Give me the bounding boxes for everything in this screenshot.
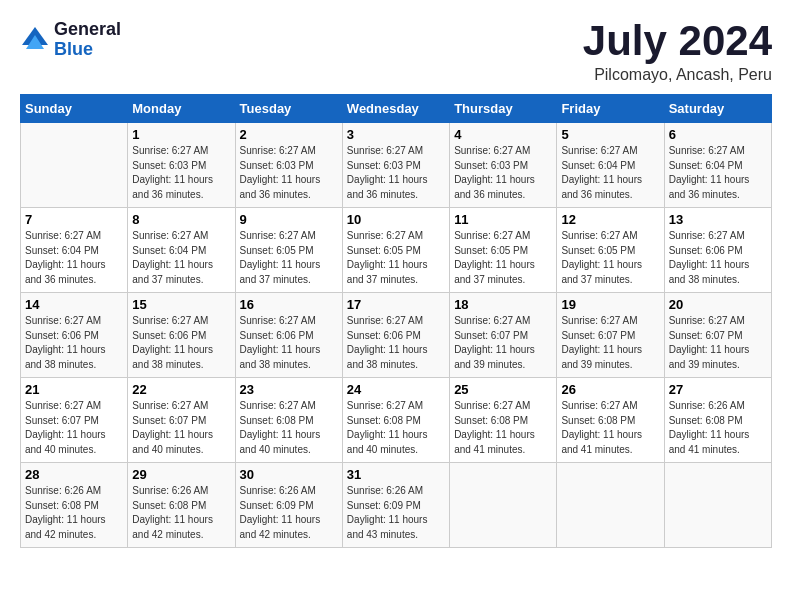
calendar-week-row: 7Sunrise: 6:27 AMSunset: 6:04 PMDaylight… xyxy=(21,208,772,293)
weekday-header-saturday: Saturday xyxy=(664,95,771,123)
day-number: 13 xyxy=(669,212,767,227)
logo-icon xyxy=(20,25,50,55)
calendar-cell: 25Sunrise: 6:27 AMSunset: 6:08 PMDayligh… xyxy=(450,378,557,463)
day-info: Sunrise: 6:27 AMSunset: 6:04 PMDaylight:… xyxy=(669,144,767,202)
calendar-cell: 3Sunrise: 6:27 AMSunset: 6:03 PMDaylight… xyxy=(342,123,449,208)
calendar-cell: 19Sunrise: 6:27 AMSunset: 6:07 PMDayligh… xyxy=(557,293,664,378)
calendar-cell: 14Sunrise: 6:27 AMSunset: 6:06 PMDayligh… xyxy=(21,293,128,378)
calendar-cell: 21Sunrise: 6:27 AMSunset: 6:07 PMDayligh… xyxy=(21,378,128,463)
calendar-cell: 31Sunrise: 6:26 AMSunset: 6:09 PMDayligh… xyxy=(342,463,449,548)
day-info: Sunrise: 6:26 AMSunset: 6:09 PMDaylight:… xyxy=(347,484,445,542)
day-number: 12 xyxy=(561,212,659,227)
day-number: 15 xyxy=(132,297,230,312)
day-number: 2 xyxy=(240,127,338,142)
calendar-week-row: 28Sunrise: 6:26 AMSunset: 6:08 PMDayligh… xyxy=(21,463,772,548)
day-info: Sunrise: 6:27 AMSunset: 6:03 PMDaylight:… xyxy=(132,144,230,202)
calendar-cell: 16Sunrise: 6:27 AMSunset: 6:06 PMDayligh… xyxy=(235,293,342,378)
day-info: Sunrise: 6:27 AMSunset: 6:07 PMDaylight:… xyxy=(669,314,767,372)
calendar-cell: 26Sunrise: 6:27 AMSunset: 6:08 PMDayligh… xyxy=(557,378,664,463)
day-number: 21 xyxy=(25,382,123,397)
day-info: Sunrise: 6:27 AMSunset: 6:08 PMDaylight:… xyxy=(240,399,338,457)
day-number: 17 xyxy=(347,297,445,312)
day-number: 10 xyxy=(347,212,445,227)
day-number: 31 xyxy=(347,467,445,482)
day-number: 1 xyxy=(132,127,230,142)
calendar-cell: 24Sunrise: 6:27 AMSunset: 6:08 PMDayligh… xyxy=(342,378,449,463)
calendar-week-row: 14Sunrise: 6:27 AMSunset: 6:06 PMDayligh… xyxy=(21,293,772,378)
day-info: Sunrise: 6:27 AMSunset: 6:08 PMDaylight:… xyxy=(561,399,659,457)
weekday-header-friday: Friday xyxy=(557,95,664,123)
calendar-cell xyxy=(450,463,557,548)
day-number: 5 xyxy=(561,127,659,142)
day-number: 18 xyxy=(454,297,552,312)
day-info: Sunrise: 6:27 AMSunset: 6:03 PMDaylight:… xyxy=(240,144,338,202)
calendar-cell: 15Sunrise: 6:27 AMSunset: 6:06 PMDayligh… xyxy=(128,293,235,378)
day-info: Sunrise: 6:27 AMSunset: 6:06 PMDaylight:… xyxy=(132,314,230,372)
calendar-week-row: 1Sunrise: 6:27 AMSunset: 6:03 PMDaylight… xyxy=(21,123,772,208)
day-number: 8 xyxy=(132,212,230,227)
header: General Blue July 2024 Pilcomayo, Ancash… xyxy=(20,20,772,84)
day-info: Sunrise: 6:27 AMSunset: 6:06 PMDaylight:… xyxy=(347,314,445,372)
calendar-cell: 27Sunrise: 6:26 AMSunset: 6:08 PMDayligh… xyxy=(664,378,771,463)
location-title: Pilcomayo, Ancash, Peru xyxy=(583,66,772,84)
logo-blue: Blue xyxy=(54,40,121,60)
day-number: 29 xyxy=(132,467,230,482)
calendar-cell: 7Sunrise: 6:27 AMSunset: 6:04 PMDaylight… xyxy=(21,208,128,293)
day-info: Sunrise: 6:27 AMSunset: 6:07 PMDaylight:… xyxy=(454,314,552,372)
logo: General Blue xyxy=(20,20,121,60)
day-number: 27 xyxy=(669,382,767,397)
weekday-header-row: SundayMondayTuesdayWednesdayThursdayFrid… xyxy=(21,95,772,123)
title-area: July 2024 Pilcomayo, Ancash, Peru xyxy=(583,20,772,84)
calendar-cell xyxy=(664,463,771,548)
day-number: 3 xyxy=(347,127,445,142)
calendar-cell: 8Sunrise: 6:27 AMSunset: 6:04 PMDaylight… xyxy=(128,208,235,293)
calendar-cell: 9Sunrise: 6:27 AMSunset: 6:05 PMDaylight… xyxy=(235,208,342,293)
day-info: Sunrise: 6:27 AMSunset: 6:06 PMDaylight:… xyxy=(669,229,767,287)
calendar-cell xyxy=(21,123,128,208)
calendar-cell: 13Sunrise: 6:27 AMSunset: 6:06 PMDayligh… xyxy=(664,208,771,293)
weekday-header-tuesday: Tuesday xyxy=(235,95,342,123)
day-info: Sunrise: 6:27 AMSunset: 6:04 PMDaylight:… xyxy=(25,229,123,287)
logo-general: General xyxy=(54,20,121,40)
day-info: Sunrise: 6:27 AMSunset: 6:03 PMDaylight:… xyxy=(454,144,552,202)
day-number: 16 xyxy=(240,297,338,312)
day-number: 19 xyxy=(561,297,659,312)
day-number: 28 xyxy=(25,467,123,482)
day-info: Sunrise: 6:26 AMSunset: 6:08 PMDaylight:… xyxy=(132,484,230,542)
day-number: 7 xyxy=(25,212,123,227)
day-info: Sunrise: 6:27 AMSunset: 6:08 PMDaylight:… xyxy=(347,399,445,457)
calendar-header: SundayMondayTuesdayWednesdayThursdayFrid… xyxy=(21,95,772,123)
day-info: Sunrise: 6:27 AMSunset: 6:04 PMDaylight:… xyxy=(132,229,230,287)
day-number: 24 xyxy=(347,382,445,397)
day-number: 26 xyxy=(561,382,659,397)
day-info: Sunrise: 6:27 AMSunset: 6:05 PMDaylight:… xyxy=(347,229,445,287)
month-title: July 2024 xyxy=(583,20,772,62)
day-info: Sunrise: 6:26 AMSunset: 6:08 PMDaylight:… xyxy=(25,484,123,542)
day-info: Sunrise: 6:27 AMSunset: 6:07 PMDaylight:… xyxy=(561,314,659,372)
weekday-header-sunday: Sunday xyxy=(21,95,128,123)
day-number: 30 xyxy=(240,467,338,482)
day-number: 22 xyxy=(132,382,230,397)
day-number: 23 xyxy=(240,382,338,397)
day-info: Sunrise: 6:27 AMSunset: 6:05 PMDaylight:… xyxy=(240,229,338,287)
calendar-body: 1Sunrise: 6:27 AMSunset: 6:03 PMDaylight… xyxy=(21,123,772,548)
calendar-cell xyxy=(557,463,664,548)
day-number: 25 xyxy=(454,382,552,397)
calendar-cell: 17Sunrise: 6:27 AMSunset: 6:06 PMDayligh… xyxy=(342,293,449,378)
calendar-cell: 6Sunrise: 6:27 AMSunset: 6:04 PMDaylight… xyxy=(664,123,771,208)
weekday-header-wednesday: Wednesday xyxy=(342,95,449,123)
day-info: Sunrise: 6:27 AMSunset: 6:05 PMDaylight:… xyxy=(454,229,552,287)
day-number: 4 xyxy=(454,127,552,142)
calendar-cell: 5Sunrise: 6:27 AMSunset: 6:04 PMDaylight… xyxy=(557,123,664,208)
day-number: 6 xyxy=(669,127,767,142)
day-info: Sunrise: 6:27 AMSunset: 6:05 PMDaylight:… xyxy=(561,229,659,287)
calendar-cell: 22Sunrise: 6:27 AMSunset: 6:07 PMDayligh… xyxy=(128,378,235,463)
calendar-cell: 30Sunrise: 6:26 AMSunset: 6:09 PMDayligh… xyxy=(235,463,342,548)
calendar-table: SundayMondayTuesdayWednesdayThursdayFrid… xyxy=(20,94,772,548)
weekday-header-monday: Monday xyxy=(128,95,235,123)
calendar-cell: 29Sunrise: 6:26 AMSunset: 6:08 PMDayligh… xyxy=(128,463,235,548)
day-info: Sunrise: 6:27 AMSunset: 6:07 PMDaylight:… xyxy=(25,399,123,457)
day-number: 9 xyxy=(240,212,338,227)
calendar-cell: 28Sunrise: 6:26 AMSunset: 6:08 PMDayligh… xyxy=(21,463,128,548)
day-info: Sunrise: 6:27 AMSunset: 6:03 PMDaylight:… xyxy=(347,144,445,202)
